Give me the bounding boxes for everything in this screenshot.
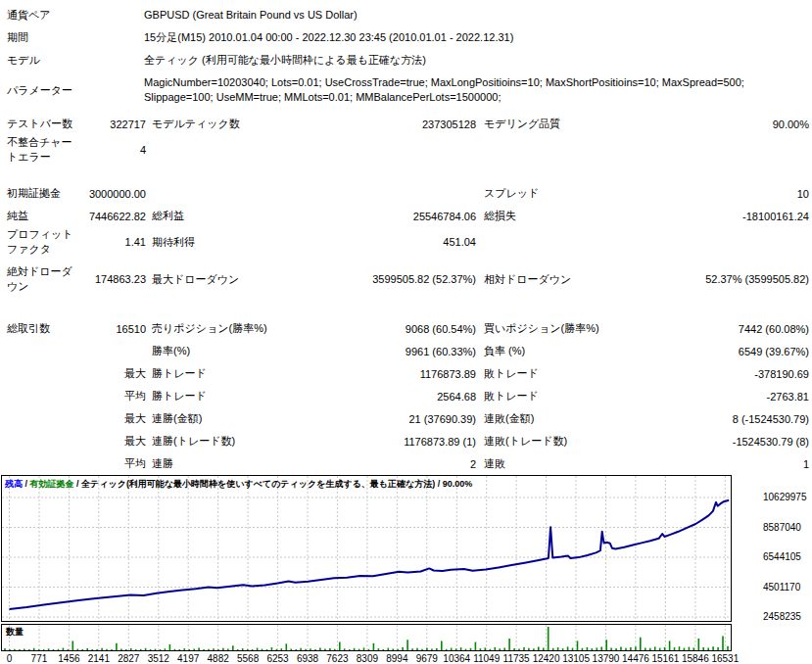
stat-label: スプレッド xyxy=(476,186,670,201)
x-axis-tick-label: 2827 xyxy=(118,653,139,664)
legend-separator-1: / xyxy=(23,479,30,489)
stat-value: -1524530.79 (8) xyxy=(670,436,809,448)
y-axis-labels: 106299758587040654410545011702458235 xyxy=(763,475,812,622)
stat-value: -2763.81 xyxy=(670,391,809,403)
y-axis-tick-label: 6544105 xyxy=(763,551,801,562)
equity-legend-label: 有効証拠金 xyxy=(30,479,74,489)
stat-label: 連敗(トレード数) xyxy=(476,434,670,449)
stat-label: 不整合チャートエラー xyxy=(7,135,75,165)
x-axis-tick-label: 11049 xyxy=(473,653,500,664)
y-axis-tick-label: 2458235 xyxy=(763,611,801,622)
legend-separator-3: / xyxy=(435,479,443,489)
stat-value: 1 xyxy=(670,458,809,470)
stat-value: 2 xyxy=(340,458,476,470)
stat-value: 最大 xyxy=(75,411,146,426)
info-value: GBPUSD (Great Britain Pound vs US Dollar… xyxy=(144,8,806,23)
stats-row-max-consecutive-trades: 最大連勝(トレード数)1176873.89 (1)連敗(トレード数)-15245… xyxy=(0,430,812,452)
x-axis-tick-label: 10364 xyxy=(443,653,470,664)
x-axis-tick-label: 3512 xyxy=(148,653,169,664)
y-axis-tick-label: 8587040 xyxy=(763,522,801,533)
balance-line-chart xyxy=(2,476,731,621)
stat-value: -18100161.24 xyxy=(670,211,809,222)
x-axis-tick-label: 5568 xyxy=(237,653,259,664)
stat-label: 勝率(%) xyxy=(146,344,340,358)
x-axis-tick-label: 14476 xyxy=(622,653,649,664)
stat-value: 7442 (60.08%) xyxy=(670,323,809,335)
info-value: 15分足(M15) 2010.01.04 00:00 - 2022.12.30 … xyxy=(144,30,806,45)
info-value: 全ティック (利用可能な最小時間枠による最も正確な方法) xyxy=(144,53,806,68)
stats-row-mismatched-chart-errors: 不整合チャートエラー4 xyxy=(0,135,812,165)
balance-chart-panel: 残高 / 有効証拠金 / 全ティック(利用可能な最小時間枠を使いすべてのティック… xyxy=(1,475,732,622)
stat-label: 敗トレード xyxy=(476,366,670,381)
stat-label: 買いポジション(勝率%) xyxy=(476,321,670,336)
stats-row-win-loss-rate: 勝率(%)9961 (60.33%)負率 (%)6549 (39.67%) xyxy=(0,340,812,362)
balance-legend-label: 残高 xyxy=(5,479,23,489)
stat-value: 6549 (39.67%) xyxy=(670,346,809,357)
x-axis-tick-label: 16531 xyxy=(711,653,739,664)
volume-label: 数量 xyxy=(6,626,24,639)
x-axis-tick-label: 9679 xyxy=(416,653,438,664)
stat-value: 21 (37690.39) xyxy=(340,413,476,425)
stats-row-initial-deposit-spread: 初期証拠金3000000.00スプレッド10 xyxy=(0,182,812,205)
stat-label: 連勝 xyxy=(146,456,340,471)
stat-value: 451.04 xyxy=(340,236,476,248)
stat-label: 絶対ドローダウン xyxy=(7,264,75,294)
stat-value: 3599505.82 (52.37%) xyxy=(340,273,476,285)
stat-label: 連勝(トレード数) xyxy=(146,434,340,449)
x-axis-tick-label: 0 xyxy=(7,653,13,664)
x-axis-labels: 0771145621412827351241974882556862536938… xyxy=(1,653,745,664)
y-axis-tick-label: 4501170 xyxy=(763,582,800,593)
x-axis-tick-label: 6253 xyxy=(266,653,288,664)
x-axis-tick-label: 12420 xyxy=(533,653,560,664)
stat-value: 16510 xyxy=(75,323,146,335)
x-axis-tick-label: 15846 xyxy=(682,653,709,664)
stats-row-total-trades: 総取引数16510売りポジション(勝率%)9068 (60.54%)買いポジショ… xyxy=(0,317,812,340)
stats-row-net-profit: 純益7446622.82総利益25546784.06総損失-18100161.2… xyxy=(0,205,812,227)
stat-value: -378190.69 xyxy=(670,368,809,380)
x-axis-tick-label: 13105 xyxy=(562,653,590,664)
stat-value: 237305128 xyxy=(340,119,476,130)
stats-rows: テストバー数322717モデルティック数237305128モデリング品質90.0… xyxy=(0,113,812,475)
stat-label: 負率 (%) xyxy=(476,344,670,358)
stats-row-max-consecutive-money: 最大連勝(金額)21 (37690.39)連敗(金額)8 (-1524530.7… xyxy=(0,407,812,430)
stat-label: 総利益 xyxy=(146,209,340,223)
strategy-tester-report: 通貨ペアGBPUSD (Great Britain Pound vs US Do… xyxy=(0,0,812,664)
x-axis-tick-label: 8309 xyxy=(357,653,378,664)
stats-row-average-trades: 平均勝トレード2564.68敗トレード-2763.81 xyxy=(0,385,812,407)
info-row-model: モデル全ティック (利用可能な最小時間枠による最も正確な方法) xyxy=(0,49,812,71)
info-value: MagicNumber=10203040; Lots=0.01; UseCros… xyxy=(144,75,806,105)
stat-label: 総損失 xyxy=(476,209,670,223)
x-axis-tick-label: 11735 xyxy=(503,653,530,664)
stat-label: モデリング品質 xyxy=(476,117,670,131)
legend-separator-2: / xyxy=(74,479,82,489)
volume-bars-chart xyxy=(2,625,731,650)
stat-value: 8 (-1524530.79) xyxy=(670,413,809,425)
quality-label: 90.00% xyxy=(443,479,473,489)
stat-value: 9961 (60.33%) xyxy=(340,346,476,357)
stat-value: 10 xyxy=(670,188,809,200)
stat-value: 1176873.89 (1) xyxy=(340,436,476,448)
model-note-label: 全ティック(利用可能な最小時間枠を使いすべてのティックを生成する、最も正確な方法… xyxy=(81,479,435,489)
stats-row-avg-consecutive: 平均連勝2連敗1 xyxy=(0,452,812,475)
chart-header: 残高 / 有効証拠金 / 全ティック(利用可能な最小時間枠を使いすべてのティック… xyxy=(5,478,472,491)
stat-value: 最大 xyxy=(75,366,146,381)
stat-value: 1.41 xyxy=(75,236,146,248)
stat-value: 9068 (60.54%) xyxy=(340,323,476,335)
x-axis-tick-label: 13790 xyxy=(593,653,620,664)
info-row-period: 期間15分足(M15) 2010.01.04 00:00 - 2022.12.3… xyxy=(0,26,812,49)
stat-value: 1176873.89 xyxy=(340,368,476,380)
stat-label: 売りポジション(勝率%) xyxy=(146,321,340,336)
x-axis-tick-label: 2141 xyxy=(88,653,110,664)
info-label: 通貨ペア xyxy=(7,8,144,23)
info-row-parameters: パラメーターMagicNumber=10203040; Lots=0.01; U… xyxy=(0,75,812,105)
stats-row-bars-ticks-quality: テストバー数322717モデルティック数237305128モデリング品質90.0… xyxy=(0,113,812,135)
x-axis-tick-label: 7623 xyxy=(326,653,348,664)
stat-value: 平均 xyxy=(75,456,146,471)
balance-chart-area: 残高 / 有効証拠金 / 全ティック(利用可能な最小時間枠を使いすべてのティック… xyxy=(0,475,812,664)
stats-row-drawdown: 絶対ドローダウン174863.23最大ドローダウン3599505.82 (52.… xyxy=(0,264,812,294)
stat-label: 敗トレード xyxy=(476,389,670,403)
stat-label: 最大ドローダウン xyxy=(146,272,340,287)
x-axis-tick-label: 6938 xyxy=(297,653,318,664)
stat-label: 勝トレード xyxy=(146,389,340,403)
stat-value: 174863.23 xyxy=(75,273,146,285)
